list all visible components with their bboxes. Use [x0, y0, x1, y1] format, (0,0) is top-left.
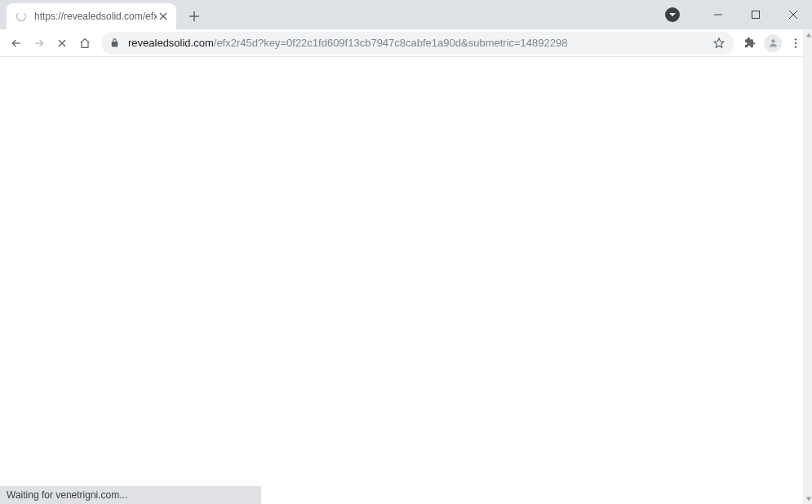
url-host: revealedsolid.com [128, 37, 214, 49]
avatar-icon [764, 34, 782, 52]
maximize-button[interactable] [737, 2, 774, 27]
home-button[interactable] [73, 32, 96, 55]
stop-reload-button[interactable] [51, 32, 73, 55]
titlebar: https://revealedsolid.com/efx2r4 [0, 0, 812, 29]
back-button[interactable] [5, 32, 28, 55]
lock-icon [109, 38, 120, 48]
new-tab-button[interactable] [183, 5, 206, 28]
close-window-button[interactable] [774, 2, 812, 27]
account-indicator-icon[interactable] [665, 7, 680, 22]
svg-point-2 [795, 38, 796, 40]
tabs-region: https://revealedsolid.com/efx2r4 [0, 0, 206, 29]
extensions-button[interactable] [739, 32, 761, 55]
browser-window: https://revealedsolid.com/efx2r4 [0, 0, 812, 504]
tab-title: https://revealedsolid.com/efx2r4 [34, 11, 157, 22]
page-content: Waiting for venetrigni.com... [0, 57, 812, 504]
bookmark-star-button[interactable] [706, 37, 725, 50]
window-controls [665, 0, 812, 29]
profile-button[interactable] [761, 32, 784, 55]
svg-point-1 [771, 39, 774, 42]
minimize-button[interactable] [699, 2, 737, 27]
svg-point-4 [795, 46, 796, 47]
status-bar: Waiting for venetrigni.com... [0, 486, 261, 504]
loading-spinner-icon [15, 10, 28, 23]
address-bar[interactable]: revealedsolid.com/efx2r45d?key=0f22c1fd6… [101, 32, 734, 55]
scroll-up-button[interactable] [804, 29, 812, 40]
toolbar: revealedsolid.com/efx2r45d?key=0f22c1fd6… [0, 29, 812, 57]
vertical-scrollbar[interactable] [803, 29, 812, 504]
svg-point-3 [795, 42, 796, 43]
svg-rect-0 [752, 11, 760, 19]
browser-tab[interactable]: https://revealedsolid.com/efx2r4 [7, 3, 176, 29]
url-text: revealedsolid.com/efx2r45d?key=0f22c1fd6… [128, 37, 567, 49]
scroll-down-button[interactable] [804, 493, 812, 504]
url-path: /efx2r45d?key=0f22c1fd609f13cb7947c8cabf… [214, 37, 568, 49]
forward-button[interactable] [28, 32, 51, 55]
tab-close-button[interactable] [157, 10, 170, 23]
status-text: Waiting for venetrigni.com... [7, 489, 127, 501]
